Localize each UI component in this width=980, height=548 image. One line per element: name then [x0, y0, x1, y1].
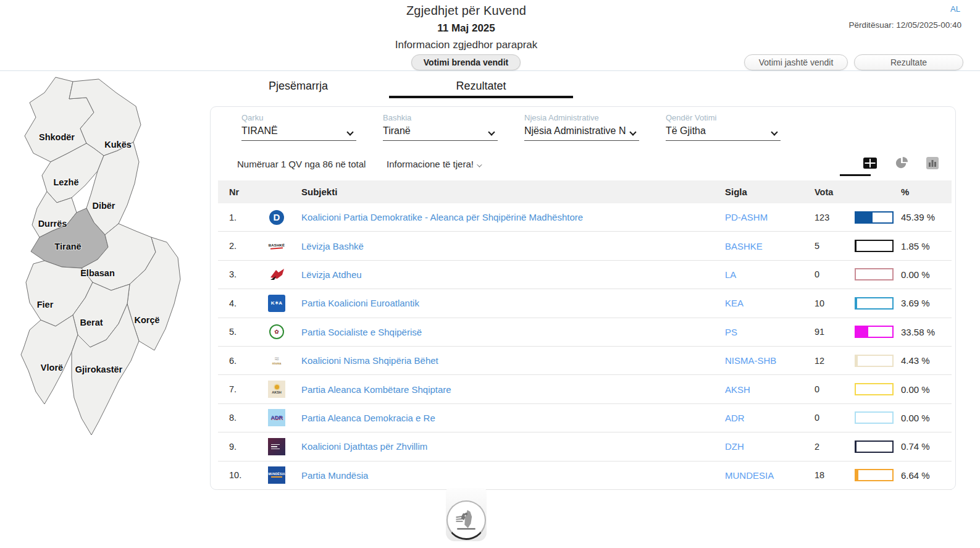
party-link[interactable]: Partia Mundësia [301, 470, 725, 481]
sigla-link[interactable]: LA [725, 269, 815, 280]
votes-value: 18 [815, 470, 855, 480]
map-label-elbasan: Elbasan [80, 268, 115, 278]
party-link[interactable]: Koalicioni Djathtas për Zhvillim [301, 441, 725, 452]
tab-participation[interactable]: Pjesëmarrja [206, 80, 391, 93]
percent-bar [855, 469, 894, 481]
filter-njesia-value[interactable]: Njësia Administrative N [524, 125, 628, 137]
adr-logo: ADR [268, 409, 285, 426]
percent-bar [855, 211, 894, 224]
view-switcher [863, 156, 940, 170]
filter-qender-label: Qendër Votimi [666, 113, 781, 122]
party-link[interactable]: Lëvizja Bashkë [301, 241, 725, 251]
sigla-link[interactable]: ADR [725, 413, 815, 423]
ps-logo: ✿ [268, 323, 285, 340]
party-link[interactable]: Koalicioni Partia Demokratike - Aleanca … [301, 212, 725, 222]
filter-underline [666, 140, 781, 141]
chevron-down-icon[interactable] [771, 129, 777, 135]
filter-qarku-label: Qarku [241, 113, 356, 122]
sigla-link[interactable]: BASHKE [725, 241, 815, 251]
sigla-link[interactable]: DZH [725, 441, 815, 452]
sigla-link[interactable]: PD-ASHM [725, 212, 815, 222]
last-updated: Përditësuar: 12/05/2025-00:40 [849, 20, 961, 30]
percent-bar [855, 268, 894, 280]
percent-value: 0.00 % [901, 269, 950, 280]
party-link[interactable]: Lëvizja Atdheu [301, 269, 725, 280]
table-row: 7. AKSH Partia Aleanca Kombëtare Shqipta… [218, 375, 952, 403]
filter-underline [524, 140, 639, 141]
percent-value: 45.39 % [901, 212, 950, 222]
table-header: Nr Subjekti Sigla Vota % [218, 180, 952, 203]
row-number: 3. [218, 269, 252, 279]
bar-chart-view-icon[interactable] [926, 156, 940, 170]
filter-qarku-value[interactable]: TIRANË [241, 125, 345, 137]
party-link[interactable]: Partia Aleanca Kombëtare Shqiptare [301, 384, 725, 395]
results-button[interactable]: Rezultate [854, 54, 963, 70]
map-label-durres: Durrës [38, 219, 67, 229]
filter-bashkia-value[interactable]: Tiranë [383, 125, 487, 137]
col-subjekti: Subjekti [301, 187, 725, 197]
percent-value: 0.00 % [901, 413, 950, 423]
bashke-logo: BASHKË [268, 237, 285, 255]
sigla-link[interactable]: NISMA-SHB [725, 355, 815, 366]
more-info-toggle[interactable]: Informacione të tjera! [387, 159, 480, 169]
map-label-diber: Dibër [92, 201, 115, 211]
pd-ashm-logo: ⋮D [268, 209, 285, 226]
abroad-voting-button[interactable]: Votimi jashtë vendit [744, 54, 848, 70]
page: Zgjedhjet për Kuvend 11 Maj 2025 Informa… [0, 0, 980, 548]
counted-status: Numëruar 1 QV nga 86 në total [237, 159, 366, 169]
table-view-icon[interactable] [863, 156, 877, 170]
kqz-emblem-button[interactable] [446, 500, 486, 540]
chevron-down-icon[interactable] [488, 129, 495, 135]
map-region-vlore[interactable] [21, 315, 78, 404]
domestic-voting-button[interactable]: Votimi brenda vendit [411, 54, 521, 70]
col-vota: Vota [815, 187, 855, 197]
map-label-gjirokaster: Gjirokastër [75, 365, 123, 374]
percent-value: 3.69 % [901, 298, 950, 308]
albania-map: Shkodër Kukës Lezhë Dibër Durrës Tiranë … [12, 75, 198, 440]
table-row: 5. ✿ Partia Socialiste e Shqipërisë PS 9… [218, 318, 952, 347]
party-link[interactable]: Koalicioni Nisma Shqipëria Bëhet [301, 355, 725, 366]
party-link[interactable]: Partia Aleanca Demokracia e Re [301, 413, 725, 423]
table-row: 2. BASHKË Lëvizja Bashkë BASHKE 5 1.85 % [218, 232, 952, 260]
filter-bashkia[interactable]: Bashkia Tiranë [383, 113, 498, 141]
pie-chart-view-icon[interactable] [894, 156, 909, 170]
header: Zgjedhjet për Kuvend 11 Maj 2025 Informa… [0, 4, 932, 51]
page-subtitle: Informacion zgjedhor paraprak [0, 39, 932, 51]
results-table: Nr Subjekti Sigla Vota % 1. ⋮D Koalicion… [218, 180, 952, 490]
filter-njesia-administrative[interactable]: Njesia Administrative Njësia Administrat… [524, 113, 639, 141]
chevron-down-icon[interactable] [629, 129, 636, 135]
party-link[interactable]: Partia Socialiste e Shqipërisë [301, 327, 725, 337]
nisma-shb-logo: ≈nisma [268, 352, 285, 369]
sigla-link[interactable]: KEA [725, 298, 815, 308]
percent-value: 33.58 % [901, 327, 950, 337]
filter-underline [241, 140, 356, 141]
chevron-down-icon[interactable] [346, 129, 353, 135]
tab-results[interactable]: Rezultatet [388, 80, 574, 93]
votes-value: 123 [815, 213, 855, 222]
percent-value: 4.43 % [901, 355, 950, 366]
votes-value: 0 [815, 269, 855, 279]
row-number: 4. [218, 298, 252, 308]
table-row: 1. ⋮D Koalicioni Partia Demokratike - Al… [218, 203, 952, 232]
filter-qender-value[interactable]: Të Gjitha [666, 125, 769, 137]
map-label-vlore: Vlorë [41, 363, 63, 373]
table-row: 9. Koalicioni Djathtas për Zhvillim DZH … [218, 432, 952, 461]
active-view-underline [840, 174, 871, 176]
sigla-link[interactable]: MUNDESIA [725, 470, 815, 481]
map-label-korce: Korçë [134, 315, 159, 325]
sigla-link[interactable]: AKSH [725, 384, 815, 395]
results-panel: Qarku TIRANË Bashkia Tiranë Njesia Admin… [210, 106, 956, 490]
language-switch[interactable]: AL [950, 4, 960, 14]
percent-bar [855, 441, 894, 453]
filter-qender-votimi[interactable]: Qendër Votimi Të Gjitha [666, 113, 781, 141]
table-row: 8. ADR Partia Aleanca Demokracia e Re AD… [218, 404, 952, 432]
votes-value: 10 [815, 298, 855, 308]
aksh-logo: AKSH [268, 381, 285, 398]
percent-bar [855, 355, 894, 367]
sigla-link[interactable]: PS [725, 327, 815, 337]
table-row: 3. Lëvizja Atdheu LA 0 0.00 % [218, 261, 952, 289]
map-label-berat: Berat [80, 318, 103, 327]
party-link[interactable]: Partia Koalicioni Euroatlantik [301, 298, 725, 308]
filter-qarku[interactable]: Qarku TIRANË [241, 113, 356, 141]
filter-njesia-label: Njesia Administrative [524, 113, 639, 122]
